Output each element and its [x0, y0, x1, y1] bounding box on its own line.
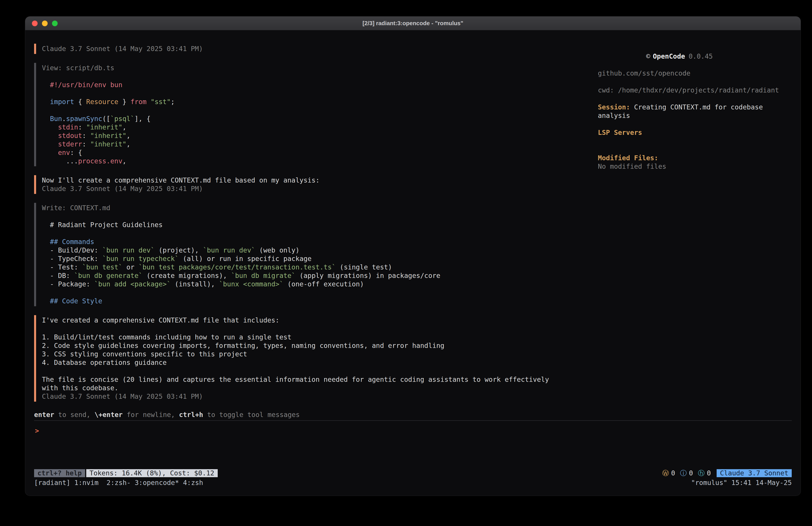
chat-column: Claude 3.7 Sonnet (14 May 2025 03:41 PM)…	[34, 44, 589, 411]
text-line: - TypeCheck: `bun run typecheck` (all) o…	[42, 255, 589, 263]
text-line: with this codebase.	[42, 384, 589, 392]
help-chip[interactable]: ctrl+? help	[34, 469, 85, 477]
tmux-window-list[interactable]: [radiant] 1:nvim 2:zsh- 3:opencode* 4:zs…	[34, 479, 203, 487]
text-line: #!/usr/bin/env bun	[42, 81, 589, 89]
text-line: - DB: `bun db generate` (create migratio…	[42, 271, 589, 280]
text-line: Now I'll create a comprehensive CONTEXT.…	[42, 176, 589, 185]
text-line	[42, 106, 589, 115]
help-chip-label: ctrl+? help	[38, 469, 82, 477]
prompt-symbol: >	[35, 427, 39, 435]
terminal-window: [2/3] radiant:3:opencode - "romulus" Cla…	[25, 16, 801, 496]
message-input[interactable]: >	[34, 420, 792, 467]
app-name: OpenCode	[653, 52, 685, 60]
text-line: stderr: "inherit",	[42, 140, 589, 148]
text-line	[42, 288, 589, 297]
diagnostic-warnings: Ⓦ0	[662, 469, 675, 478]
text-line: 3. CSS styling conventions specific to t…	[42, 350, 589, 358]
terminal-content: Claude 3.7 Sonnet (14 May 2025 03:41 PM)…	[25, 30, 801, 496]
hint-count: 0	[707, 469, 711, 478]
info-icon: ⓘ	[680, 469, 687, 478]
diagnostics: Ⓦ0 ⓘ0 ⓗ0	[662, 469, 711, 478]
info-panel: ©OpenCode0.0.45 github.com/sst/opencode …	[598, 44, 792, 411]
diagnostic-hints: ⓗ0	[698, 469, 711, 478]
titlebar[interactable]: [2/3] radiant:3:opencode - "romulus"	[25, 16, 801, 30]
text-line: import { Resource } from "sst";	[42, 98, 589, 106]
tokens-cost-chip: Tokens: 16.4K (8%), Cost: $0.12	[86, 469, 218, 477]
close-button[interactable]	[32, 20, 38, 26]
text-line: View: script/db.ts	[42, 64, 589, 72]
text-line: - Test: `bun test` or `bun test packages…	[42, 263, 589, 271]
text-line: The file is concise (20 lines) and captu…	[42, 375, 589, 384]
text-line: Bun.spawnSync([`psql`], {	[42, 115, 589, 123]
text-line: Claude 3.7 Sonnet (14 May 2025 03:41 PM)	[42, 45, 589, 53]
tool-view-block: View: script/db.ts #!/usr/bin/env bun im…	[34, 63, 589, 166]
tmux-session-info: "romulus" 15:41 14-May-25	[691, 479, 792, 487]
desktop-background: [2/3] radiant:3:opencode - "romulus" Cla…	[0, 0, 812, 526]
app-header: ©OpenCode0.0.45	[598, 44, 792, 69]
status-bar: ctrl+? help Tokens: 16.4K (8%), Cost: $0…	[34, 469, 792, 477]
text-line: ## Commands	[42, 238, 589, 246]
text-line: Claude 3.7 Sonnet (14 May 2025 03:41 PM)	[42, 185, 589, 193]
tokens-cost-label: Tokens: 16.4K (8%), Cost: $0.12	[90, 469, 214, 477]
text-line	[42, 367, 589, 375]
zoom-button[interactable]	[52, 20, 58, 26]
text-line: Write: CONTEXT.md	[42, 204, 589, 212]
app-version: 0.0.45	[688, 52, 713, 60]
text-line: stdout: "inherit",	[42, 131, 589, 140]
text-line: I've created a comprehensive CONTEXT.md …	[42, 316, 589, 325]
text-line: ...process.env,	[42, 157, 589, 166]
text-line	[42, 89, 589, 98]
assistant-summary-message: I've created a comprehensive CONTEXT.md …	[34, 315, 589, 402]
text-line	[42, 72, 589, 81]
input-help: enter to send, \+enter for newline, ctrl…	[34, 411, 792, 419]
session-line: Session:Creating CONTEXT.md for codebase…	[598, 103, 792, 120]
lsp-servers-label: LSP Servers	[598, 128, 792, 137]
assistant-message: Now I'll create a comprehensive CONTEXT.…	[34, 175, 589, 194]
session-label: Session:	[598, 103, 630, 111]
text-line: ## Code Style	[42, 297, 589, 305]
warning-count: 0	[671, 469, 675, 478]
cwd-line: cwd: /home/thdxr/dev/projects/radiant/ra…	[598, 86, 792, 95]
assistant-message-footer: Claude 3.7 Sonnet (14 May 2025 03:41 PM)	[34, 44, 589, 54]
traffic-lights	[32, 20, 58, 26]
text-line: env: {	[42, 148, 589, 157]
opencode-logo-icon: ©	[646, 52, 650, 60]
modified-files-empty: No modified files	[598, 162, 792, 171]
text-line: Claude 3.7 Sonnet (14 May 2025 03:41 PM)	[42, 392, 589, 401]
text-line: enter to send, \+enter for newline, ctrl…	[34, 411, 792, 419]
info-count: 0	[689, 469, 693, 478]
model-badge-label: Claude 3.7 Sonnet	[720, 469, 788, 477]
main-area: Claude 3.7 Sonnet (14 May 2025 03:41 PM)…	[34, 30, 792, 411]
model-badge[interactable]: Claude 3.7 Sonnet	[716, 469, 792, 477]
modified-files-label: Modified Files:	[598, 154, 792, 162]
text-line: - Package: `bun add <package>` (install)…	[42, 280, 589, 288]
repo-link: github.com/sst/opencode	[598, 69, 792, 77]
text-line: 1. Build/lint/test commands including ho…	[42, 333, 589, 341]
minimize-button[interactable]	[42, 20, 48, 26]
tool-write-block: Write: CONTEXT.md # Radiant Project Guid…	[34, 203, 589, 306]
text-line: # Radiant Project Guidelines	[42, 221, 589, 229]
text-line: 2. Code style guidelines covering import…	[42, 341, 589, 350]
hint-icon: ⓗ	[698, 469, 705, 478]
text-line	[42, 325, 589, 333]
text-line: - Build/Dev: `bun run dev` (project), `b…	[42, 246, 589, 255]
text-line	[42, 229, 589, 238]
diagnostic-info: ⓘ0	[680, 469, 693, 478]
text-line: stdin: "inherit",	[42, 123, 589, 131]
tmux-statusbar: [radiant] 1:nvim 2:zsh- 3:opencode* 4:zs…	[34, 479, 792, 487]
text-line	[42, 212, 589, 221]
text-line: 4. Database operations guidance	[42, 358, 589, 367]
window-title: [2/3] radiant:3:opencode - "romulus"	[25, 20, 801, 27]
warning-icon: Ⓦ	[662, 469, 669, 478]
